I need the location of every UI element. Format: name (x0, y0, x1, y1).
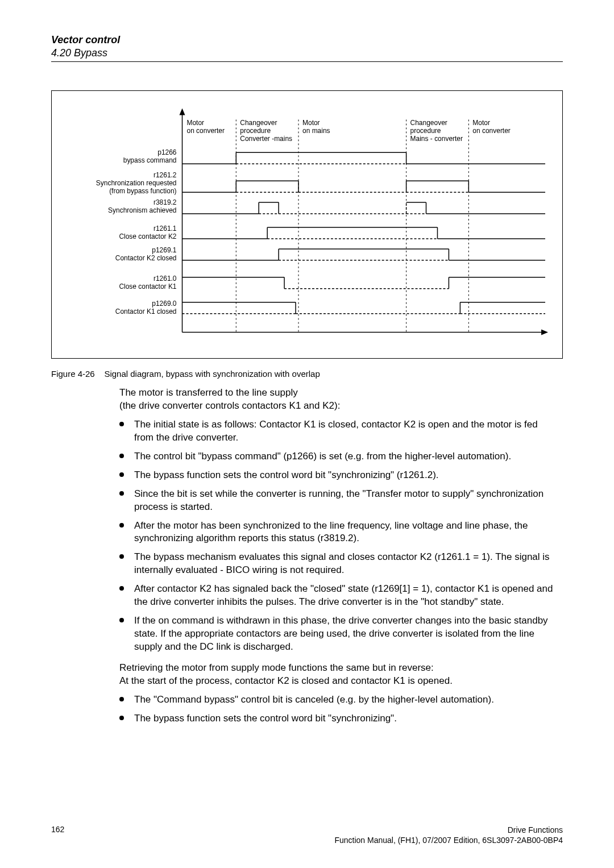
phase-e-line2: on converter (472, 127, 511, 135)
retrieve-line1: Retrieving the motor from supply mode fu… (119, 662, 434, 673)
list-item: The "Command bypass" control bit is canc… (119, 693, 557, 707)
row1-label2: (from bypass function) (109, 187, 176, 195)
phase-b-line3: Converter -mains (240, 135, 292, 143)
signal-r3819-2 (182, 202, 546, 214)
figure-caption-prefix: Figure 4-26 (51, 369, 95, 379)
phase-e-line1: Motor (472, 119, 490, 127)
header-title: Vector control (51, 34, 563, 46)
page-number: 162 (51, 825, 64, 834)
bullet-list-1: The initial state is as follows: Contact… (119, 418, 557, 654)
row1-code: r1261.2 (154, 171, 177, 179)
signal-diagram-figure: Motor on converter Changeover procedure … (51, 90, 563, 359)
row6-code: p1269.0 (152, 300, 177, 308)
phase-b-line2: procedure (240, 127, 271, 135)
phase-c-line1: Motor (302, 119, 320, 127)
signal-r1261-2 (182, 181, 546, 192)
svg-marker-3 (541, 330, 548, 335)
signal-r1261-1 (182, 227, 546, 239)
retrieve-line2: At the start of the process, contactor K… (119, 675, 453, 686)
row3-label: Close contactor K2 (119, 232, 176, 240)
intro-line1: The motor is transferred to the line sup… (119, 387, 298, 398)
signal-p1269-0 (182, 302, 546, 314)
list-item: After the motor has been synchronized to… (119, 520, 557, 546)
row2-code: r3819.2 (154, 198, 177, 206)
row1-label1: Synchronization requested (96, 179, 177, 187)
page-header: Vector control 4.20 Bypass (51, 34, 563, 62)
phase-b-line1: Changeover (240, 119, 277, 127)
phase-a-line1: Motor (186, 119, 204, 127)
list-item: The initial state is as follows: Contact… (119, 418, 557, 445)
list-item: The bypass mechanism evaluates this sign… (119, 551, 557, 577)
list-item: If the on command is withdrawn in this p… (119, 614, 557, 654)
list-item: The control bit "bypass command" (p1266)… (119, 450, 557, 463)
figure-caption-text: Signal diagram, bypass with synchronizat… (104, 369, 320, 379)
footer-right-2: Function Manual, (FH1), 07/2007 Edition,… (334, 835, 563, 845)
phase-c-line2: on mains (302, 127, 330, 135)
body-content: The motor is transferred to the line sup… (119, 387, 557, 725)
list-item: The bypass function sets the control wor… (119, 712, 557, 725)
signal-p1266 (182, 152, 546, 164)
page: Vector control 4.20 Bypass Motor on conv… (0, 0, 614, 868)
phase-d-line2: procedure (410, 127, 441, 135)
intro-line2: (the drive converter controls contactors… (119, 400, 340, 411)
row4-code: p1269.1 (152, 246, 177, 254)
row3-code: r1261.1 (154, 225, 177, 232)
svg-marker-1 (180, 108, 185, 115)
phase-d-line3: Mains - converter (410, 135, 463, 143)
row4-label: Contactor K2 closed (115, 254, 177, 262)
signal-diagram-svg: Motor on converter Changeover procedure … (63, 102, 551, 347)
row5-code: r1261.0 (154, 275, 177, 283)
row0-label: bypass command (123, 156, 177, 164)
figure-caption: Figure 4-26 Signal diagram, bypass with … (51, 369, 563, 379)
row0-code: p1266 (157, 148, 177, 156)
list-item: After contactor K2 has signaled back the… (119, 583, 557, 609)
page-footer: 162 Drive Functions Function Manual, (FH… (51, 825, 563, 845)
header-section: 4.20 Bypass (51, 47, 563, 62)
bullet-list-2: The "Command bypass" control bit is canc… (119, 693, 557, 725)
list-item: The bypass function sets the control wor… (119, 469, 557, 482)
phase-d-line1: Changeover (410, 119, 447, 127)
footer-right-1: Drive Functions (334, 825, 563, 835)
row2-label: Synchronism achieved (108, 206, 176, 214)
signal-r1261-0 (182, 277, 546, 289)
signal-p1269-1 (182, 249, 546, 260)
phase-a-line2: on converter (186, 127, 225, 135)
row6-label: Contactor K1 closed (115, 308, 177, 315)
list-item: Since the bit is set while the converter… (119, 488, 557, 514)
row5-label: Close contactor K1 (119, 283, 176, 290)
